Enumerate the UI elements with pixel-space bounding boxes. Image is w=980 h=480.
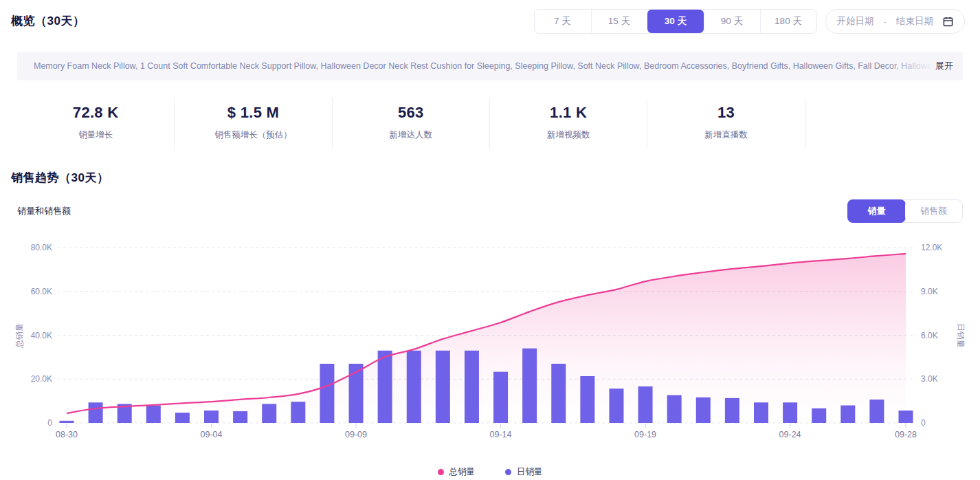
daily-sales-bar-09-18[interactable] xyxy=(609,389,623,423)
legend-dot xyxy=(438,469,444,475)
time-range-button-group: 7 天15 天30 天90 天180 天 xyxy=(534,9,817,34)
stat-label: 销售额增长（预估） xyxy=(175,129,331,141)
overview-stats-row: 72.8 K销量增长$ 1.5 M销售额增长（预估）563新增达人数1.1 K新… xyxy=(17,98,963,149)
header-controls: 7 天15 天30 天90 天180 天 开始日期 - 结束日期 xyxy=(534,9,966,34)
daily-sales-bar-09-05[interactable] xyxy=(233,411,247,423)
daily-sales-bar-09-21[interactable] xyxy=(696,397,711,423)
daily-sales-bar-09-06[interactable] xyxy=(262,404,276,423)
expand-link[interactable]: 展开 xyxy=(935,60,953,72)
daily-sales-bar-09-17[interactable] xyxy=(580,376,594,423)
toggle-销售额[interactable]: 销售额 xyxy=(905,200,962,222)
daily-sales-bar-09-02[interactable] xyxy=(146,406,161,424)
chart-legend: 总销量日销量 xyxy=(0,466,980,478)
total-sales-area xyxy=(67,254,906,423)
calendar-icon[interactable] xyxy=(943,17,953,27)
product-keywords-banner: Memory Foam Neck Pillow, 1 Count Soft Co… xyxy=(17,52,963,80)
daily-sales-bar-09-14[interactable] xyxy=(493,372,508,423)
x-axis-label-09-09: 09-09 xyxy=(345,430,367,439)
left-axis-tick: 0 xyxy=(47,418,52,428)
stat-value: 13 xyxy=(647,104,804,122)
x-axis-label-09-28: 09-28 xyxy=(895,430,917,439)
daily-sales-bar-09-23[interactable] xyxy=(754,402,768,423)
daily-sales-bar-09-24[interactable] xyxy=(783,402,797,423)
stat-value: 1.1 K xyxy=(490,104,647,122)
daily-sales-bar-09-25[interactable] xyxy=(812,408,826,423)
daily-sales-bar-09-28[interactable] xyxy=(899,411,913,423)
daily-sales-bar-08-30[interactable] xyxy=(60,421,74,423)
stat-label: 新增直播数 xyxy=(647,129,804,141)
left-axis-tick: 20.0K xyxy=(31,374,52,384)
date-separator: - xyxy=(884,17,887,27)
product-keywords-text: Memory Foam Neck Pillow, 1 Count Soft Co… xyxy=(34,52,934,80)
x-axis-label-09-19: 09-19 xyxy=(634,430,656,439)
legend-label: 总销量 xyxy=(449,466,476,478)
end-date-placeholder[interactable]: 结束日期 xyxy=(896,15,933,28)
daily-sales-bar-09-08[interactable] xyxy=(320,364,334,423)
daily-sales-bar-09-26[interactable] xyxy=(840,406,855,424)
left-axis-title: 总销量 xyxy=(14,323,24,349)
daily-sales-bar-09-11[interactable] xyxy=(407,351,421,423)
x-axis-label-08-30: 08-30 xyxy=(56,430,78,439)
daily-sales-bar-09-20[interactable] xyxy=(667,395,682,423)
daily-sales-bar-09-07[interactable] xyxy=(291,402,305,423)
toggle-销量[interactable]: 销量 xyxy=(847,199,906,223)
daily-sales-bar-08-31[interactable] xyxy=(89,402,103,423)
daily-sales-bar-09-13[interactable] xyxy=(465,351,479,423)
legend-dot xyxy=(505,469,511,475)
daily-sales-bar-09-16[interactable] xyxy=(551,364,566,423)
x-axis-label-09-24: 09-24 xyxy=(779,430,801,439)
legend-item-日销量[interactable]: 日销量 xyxy=(505,466,543,478)
metric-toggle-group: 销量销售额 xyxy=(847,199,963,223)
stat-value: $ 1.5 M xyxy=(175,104,331,122)
sales-trend-chart[interactable]: 0020.0K3.0K40.0K6.0K60.0K9.0K80.0K12.0K总… xyxy=(0,238,980,447)
stat-card: 13新增直播数 xyxy=(647,98,805,149)
page-title: 概览（30天） xyxy=(11,9,85,29)
stat-card: 563新增达人数 xyxy=(333,98,490,149)
daily-sales-bar-09-19[interactable] xyxy=(638,386,653,423)
stat-spacer xyxy=(805,98,963,149)
chart-subtitle: 销量和销售额 xyxy=(17,205,71,217)
x-axis-label-09-14: 09-14 xyxy=(490,430,512,439)
stat-card: $ 1.5 M销售额增长（预估） xyxy=(175,98,332,149)
trend-section-title: 销售趋势（30天） xyxy=(11,170,980,186)
range-button-90天[interactable]: 90 天 xyxy=(704,10,760,33)
stat-value: 72.8 K xyxy=(17,104,174,122)
range-button-7天[interactable]: 7 天 xyxy=(535,10,591,33)
range-button-15天[interactable]: 15 天 xyxy=(591,10,647,33)
page-header: 概览（30天） 7 天15 天30 天90 天180 天 开始日期 - 结束日期 xyxy=(0,0,980,34)
start-date-placeholder[interactable]: 开始日期 xyxy=(837,15,874,28)
legend-label: 日销量 xyxy=(517,466,543,478)
stat-label: 销量增长 xyxy=(17,129,174,141)
right-axis-tick: 3.0K xyxy=(921,374,938,384)
stat-value: 563 xyxy=(333,104,489,122)
daily-sales-bar-09-10[interactable] xyxy=(378,351,392,423)
date-range-picker[interactable]: 开始日期 - 结束日期 xyxy=(825,9,966,34)
daily-sales-bar-09-15[interactable] xyxy=(522,349,537,423)
right-axis-title: 日销量 xyxy=(956,323,966,348)
right-axis-tick: 0 xyxy=(921,418,926,428)
stat-card: 1.1 K新增视频数 xyxy=(490,98,647,149)
stat-card: 72.8 K销量增长 xyxy=(17,98,175,149)
chart-toolbar: 销量和销售额 销量销售额 xyxy=(17,199,963,223)
range-button-30天[interactable]: 30 天 xyxy=(647,10,704,33)
left-axis-tick: 80.0K xyxy=(31,243,52,252)
right-axis-tick: 9.0K xyxy=(921,287,938,296)
daily-sales-bar-09-03[interactable] xyxy=(175,413,190,423)
x-axis-label-09-04: 09-04 xyxy=(201,430,223,439)
daily-sales-bar-09-22[interactable] xyxy=(725,398,739,423)
daily-sales-bar-09-04[interactable] xyxy=(204,411,219,423)
right-axis-tick: 12.0K xyxy=(921,243,942,252)
daily-sales-bar-09-27[interactable] xyxy=(869,400,884,423)
range-button-180天[interactable]: 180 天 xyxy=(760,10,816,33)
right-axis-tick: 6.0K xyxy=(921,331,938,340)
stat-label: 新增视频数 xyxy=(490,129,647,141)
chart-canvas[interactable]: 0020.0K3.0K40.0K6.0K60.0K9.0K80.0K12.0K总… xyxy=(0,238,980,444)
daily-sales-bar-09-12[interactable] xyxy=(436,351,450,423)
legend-item-总销量[interactable]: 总销量 xyxy=(438,466,476,478)
left-axis-tick: 40.0K xyxy=(31,331,52,340)
left-axis-tick: 60.0K xyxy=(31,287,52,296)
stat-label: 新增达人数 xyxy=(333,129,489,141)
